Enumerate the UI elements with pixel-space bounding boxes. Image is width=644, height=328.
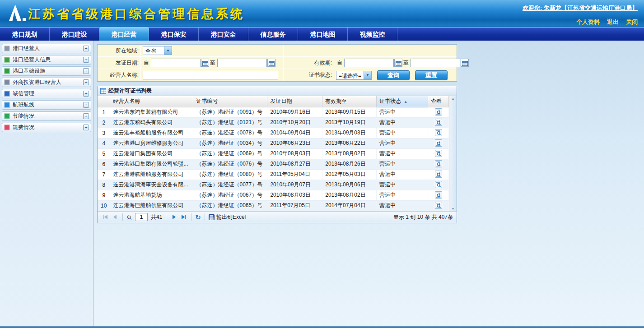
- cert-status-select[interactable]: =请选择= ▼: [336, 71, 372, 80]
- nav-tab-port-guard[interactable]: 港口保安: [149, 28, 199, 41]
- header-link-logout[interactable]: 退出: [607, 18, 619, 25]
- col-issue-date[interactable]: 发证日期: [267, 96, 322, 107]
- sidebar-item-port-operators[interactable]: 港口经营人+: [2, 44, 91, 53]
- row-number: 8: [98, 180, 110, 190]
- valid-until-cell: 2013年08月26日: [322, 159, 377, 169]
- expand-plus-icon[interactable]: +: [83, 79, 89, 85]
- calendar-icon[interactable]: [267, 59, 275, 67]
- region-label: 所在地域:: [98, 45, 141, 56]
- region-select[interactable]: 全省 ▼: [143, 46, 172, 55]
- view-magnifier-icon[interactable]: [435, 129, 442, 136]
- certificate-table: 经营人名称 证书编号 发证日期 有效期至 证书状态 查看 1 连云港东鸿集装箱有…: [98, 96, 449, 211]
- last-page-button[interactable]: [179, 213, 187, 221]
- table-row[interactable]: 1 连云港东鸿集装箱有限公司 （苏连）港经证（0091）号 2010年09月16…: [98, 107, 449, 117]
- validity-from-input[interactable]: [344, 59, 394, 67]
- validity-to-input[interactable]: [411, 59, 460, 67]
- operator-name-input[interactable]: [143, 71, 278, 79]
- table-row[interactable]: 6 连云港港口集团有限公司轮驳... （苏连）港经证（0076）号 2010年0…: [98, 159, 449, 169]
- sidebar-item-fees[interactable]: 规费情况+: [2, 123, 91, 132]
- valid-until-cell: 2013年09月06日: [322, 180, 377, 190]
- sidebar-item-energy-saving[interactable]: 节能情况+: [2, 111, 91, 121]
- col-valid-until[interactable]: 有效期至: [322, 96, 377, 107]
- refresh-icon[interactable]: ↻: [195, 214, 201, 221]
- nav-tab-port-construction[interactable]: 港口建设: [50, 28, 99, 41]
- row-number: 5: [98, 148, 110, 159]
- vertical-scrollbar[interactable]: ▲ ▼: [449, 96, 457, 211]
- issue-date-from-input[interactable]: [151, 59, 201, 67]
- app-logo-icon: [5, 4, 26, 23]
- table-row[interactable]: 4 连云港港口房屋维修服务公司 （苏连）港经证（0034）号 2010年06月2…: [98, 138, 449, 148]
- cert-status-select-value: =请选择=: [336, 71, 364, 79]
- expand-plus-icon[interactable]: +: [83, 46, 89, 51]
- table-row[interactable]: 8 连云港港湾海事安全设备有限... （苏连）港经证（0077）号 2010年0…: [98, 180, 449, 190]
- first-page-button[interactable]: [101, 213, 109, 221]
- reset-button[interactable]: 重置: [415, 70, 448, 80]
- issue-date-to-input[interactable]: [217, 59, 267, 67]
- fee-icon: [4, 125, 10, 130]
- table-row[interactable]: 7 连云港港腾船舶服务有限公司 （苏连）港经证（0080）号 2011年05月0…: [98, 169, 449, 180]
- expand-plus-icon[interactable]: +: [83, 57, 89, 63]
- calendar-icon[interactable]: [461, 59, 469, 67]
- expand-plus-icon[interactable]: +: [83, 68, 89, 74]
- table-row[interactable]: 10 连云港海巨船舶供应有限公司 （苏连）港经证（0065）号 2011年07月…: [98, 200, 449, 211]
- expand-plus-icon[interactable]: +: [83, 113, 89, 119]
- view-magnifier-icon[interactable]: [435, 171, 442, 178]
- scroll-down-icon[interactable]: ▼: [452, 207, 455, 210]
- view-magnifier-icon[interactable]: [435, 119, 442, 126]
- operator-name-cell: 连云港海巨船舶供应有限公司: [110, 200, 193, 211]
- table-row[interactable]: 5 连云港港口集团有限公司 （苏连）港经证（0069）号 2010年08月03日…: [98, 148, 449, 159]
- issue-date-cell: 2011年05月04日: [267, 169, 322, 180]
- chevron-down-icon[interactable]: ▼: [164, 46, 172, 55]
- view-magnifier-icon[interactable]: [435, 160, 442, 167]
- col-index: [98, 96, 110, 107]
- status-cell: 营运中: [377, 159, 428, 169]
- view-magnifier-icon[interactable]: [435, 108, 442, 115]
- operator-name-cell: 连云港海航基地货场: [110, 190, 193, 200]
- sidebar-item-flight-routes[interactable]: 航班航线+: [2, 100, 91, 110]
- nav-tab-info-service[interactable]: 信息服务: [248, 28, 298, 41]
- view-magnifier-icon[interactable]: [435, 181, 442, 188]
- header-link-close[interactable]: 关闭: [626, 18, 638, 25]
- row-number: 1: [98, 107, 110, 117]
- col-operator-name[interactable]: 经营人名称: [110, 96, 193, 107]
- page-number-input[interactable]: [135, 213, 148, 221]
- sidebar-item-credit-management[interactable]: 诚信管理+: [2, 89, 91, 98]
- expand-plus-icon[interactable]: +: [83, 125, 89, 130]
- sidebar-item-operator-info[interactable]: 港口经营人信息+: [2, 55, 91, 65]
- view-magnifier-icon[interactable]: [435, 150, 442, 157]
- prev-page-button[interactable]: [111, 213, 119, 221]
- expand-plus-icon[interactable]: +: [83, 91, 89, 97]
- nav-tab-port-planning[interactable]: 港口规划: [0, 28, 50, 41]
- table-row[interactable]: 2 连云港东粮码头有限公司 （苏连）港经证（0121）号 2010年10月20日…: [98, 117, 449, 128]
- calendar-icon[interactable]: [394, 59, 402, 67]
- cert-no-cell: （苏连）港经证（0067）号: [193, 190, 267, 200]
- calendar-icon[interactable]: [201, 59, 209, 67]
- status-cell: 营运中: [377, 128, 428, 138]
- scroll-up-icon[interactable]: ▲: [452, 97, 455, 100]
- view-magnifier-icon[interactable]: [435, 191, 442, 199]
- cert-no-cell: （苏连）港经证（0121）号: [193, 117, 267, 128]
- nav-tab-video-monitor[interactable]: 视频监控: [348, 28, 397, 41]
- export-excel-button[interactable]: 输出到Excel: [209, 213, 246, 221]
- from-label: 自: [144, 59, 149, 67]
- nav-tab-port-map[interactable]: 港口地图: [298, 28, 348, 41]
- sidebar-item-port-infrastructure[interactable]: 港口基础设施+: [2, 66, 91, 76]
- nav-tab-port-safety[interactable]: 港口安全: [199, 28, 248, 41]
- table-row[interactable]: 3 连云港丰裕船舶服务有限公司 （苏连）港经证（0078）号 2010年09月0…: [98, 128, 449, 138]
- content-area: 所在地域: 全省 ▼ 发证日期: 自: [93, 41, 644, 326]
- col-status-sorted[interactable]: 证书状态: [377, 96, 428, 107]
- col-cert-no[interactable]: 证书编号: [193, 96, 267, 107]
- header-link-profile[interactable]: 个人资料: [576, 18, 600, 25]
- view-magnifier-icon[interactable]: [435, 139, 442, 147]
- issue-date-cell: 2010年08月27日: [267, 159, 322, 169]
- sidebar-item-foreign-investors[interactable]: 外商投资港口经营人+: [2, 78, 91, 87]
- view-magnifier-icon[interactable]: [435, 202, 442, 209]
- nav-tab-port-operation[interactable]: 港口经营: [99, 28, 149, 41]
- next-page-button[interactable]: [170, 213, 178, 221]
- valid-until-cell: 2014年07月04日: [322, 200, 377, 211]
- query-button[interactable]: 查询: [377, 70, 410, 80]
- table-row[interactable]: 9 连云港海航基地货场 （苏连）港经证（0067）号 2010年08月03日 2…: [98, 190, 449, 200]
- expand-plus-icon[interactable]: +: [83, 102, 89, 108]
- chevron-down-icon[interactable]: ▼: [364, 71, 371, 79]
- pager-divider: [205, 213, 205, 221]
